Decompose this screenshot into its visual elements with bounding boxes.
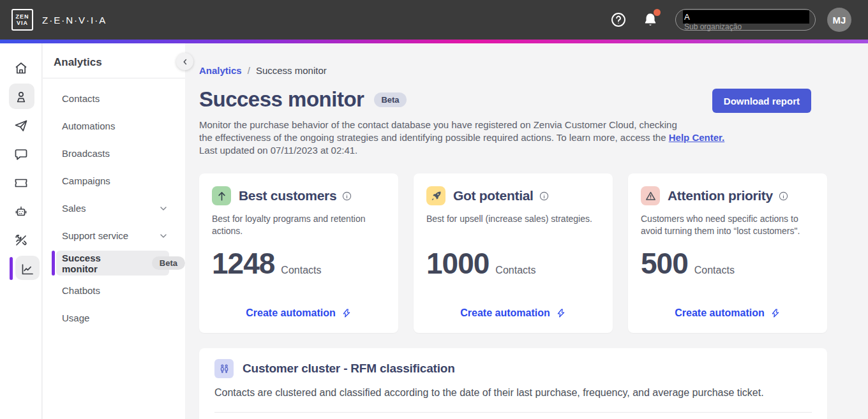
warning-icon — [641, 186, 660, 205]
lightning-bolt-icon — [770, 308, 781, 318]
ticket-icon — [13, 175, 29, 191]
sidebar-item-automations[interactable]: Automations — [43, 112, 185, 140]
analytics-sidebar: Analytics Contacts Automations Broadcast… — [43, 43, 185, 419]
contacts-unit: Contacts — [694, 265, 735, 276]
active-indicator — [52, 251, 55, 276]
breadcrumb: Analytics / Success monitor — [199, 65, 868, 76]
tools-icon — [13, 233, 29, 248]
rail-item-chatbot[interactable] — [0, 197, 42, 226]
lightning-bolt-icon — [341, 308, 352, 318]
line-chart-icon — [20, 261, 35, 277]
sidebar-item-usage[interactable]: Usage — [43, 304, 185, 332]
rail-item-broadcast[interactable] — [0, 111, 42, 140]
sub-organization-label: Sub organização — [684, 22, 742, 31]
breadcrumb-current: Success monitor — [256, 65, 327, 76]
contacts-count: 1000 — [426, 246, 489, 281]
organization-selector[interactable]: A Sub organização — [675, 9, 816, 31]
top-header: ZENVIA Z·E·N·V·I·A A Sub organização MJ — [0, 0, 868, 40]
create-automation-link[interactable]: Create automation — [628, 307, 827, 319]
breadcrumb-separator: / — [248, 65, 250, 76]
sidebar-item-contacts[interactable]: Contacts — [43, 85, 185, 112]
rail-item-contacts[interactable] — [0, 82, 42, 111]
create-automation-link[interactable]: Create automation — [199, 307, 398, 319]
cluster-divider — [214, 412, 812, 413]
card-description: Best for loyalty programs and retention … — [212, 213, 385, 237]
notifications-button[interactable] — [642, 11, 659, 28]
rail-item-conversations[interactable] — [0, 140, 42, 168]
person-icon — [13, 89, 29, 105]
create-automation-link[interactable]: Create automation — [414, 307, 613, 319]
brand-name: Z·E·N·V·I·A — [42, 15, 107, 26]
robot-icon — [13, 204, 29, 219]
main-content: Analytics / Success monitor Success moni… — [185, 43, 868, 419]
rail-item-home[interactable] — [0, 54, 42, 82]
card-got-potential: Got potential Best for upsell (increase … — [414, 173, 613, 333]
card-description: Customers who need specific actions to a… — [641, 213, 814, 237]
card-description: Best for upsell (increase sales) strateg… — [426, 213, 600, 237]
card-title: Best customers — [239, 188, 336, 203]
rocket-icon — [426, 186, 445, 205]
card-attention-priority: Attention priority Customers who need sp… — [628, 173, 827, 333]
contacts-unit: Contacts — [495, 265, 535, 276]
breadcrumb-analytics-link[interactable]: Analytics — [199, 65, 242, 76]
help-center-link[interactable]: Help Center. — [669, 132, 725, 143]
chat-bubble-icon — [13, 147, 29, 162]
lightning-bolt-icon — [556, 308, 566, 318]
sidebar-collapse-button[interactable] — [176, 53, 193, 70]
card-title: Got potential — [453, 188, 534, 203]
sidebar-item-campaigns[interactable]: Campaigns — [43, 167, 185, 195]
people-group-icon — [214, 359, 234, 378]
beta-badge: Beta — [374, 92, 406, 107]
contacts-count: 1248 — [212, 246, 274, 281]
card-title: Attention priority — [668, 188, 773, 203]
info-icon[interactable] — [341, 191, 352, 202]
notification-badge — [654, 9, 661, 16]
card-best-customers: Best customers Best for loyalty programs… — [199, 173, 398, 333]
summary-cards-row: Best customers Best for loyalty programs… — [199, 173, 868, 333]
arrow-up-icon — [212, 186, 231, 205]
rail-item-analytics[interactable] — [0, 254, 42, 283]
chevron-down-icon — [158, 203, 168, 214]
page-title: Success monitor — [199, 87, 364, 112]
chevron-down-icon — [158, 231, 168, 241]
organization-name-redacted: A — [683, 10, 809, 24]
sidebar-divider — [43, 78, 185, 78]
icon-rail — [0, 43, 42, 419]
info-icon[interactable] — [539, 191, 550, 202]
home-icon — [13, 61, 29, 76]
help-icon[interactable] — [610, 11, 627, 28]
contacts-count: 500 — [641, 246, 688, 281]
sidebar-title: Analytics — [43, 43, 185, 78]
last-updated-text: Last updated on 07/11/2023 at 02:41. — [199, 145, 357, 156]
rail-item-tickets[interactable] — [0, 168, 42, 197]
send-icon — [13, 118, 29, 133]
sidebar-item-sales[interactable]: Sales — [43, 195, 185, 222]
chevron-left-icon — [181, 57, 190, 66]
user-avatar[interactable]: MJ — [827, 8, 851, 32]
active-indicator — [10, 257, 13, 280]
customer-cluster-section: Customer cluster - RFM classification Co… — [199, 348, 827, 419]
page-description: Monitor the purchase behavior of the con… — [199, 119, 868, 157]
rail-item-tools[interactable] — [0, 226, 42, 254]
sidebar-item-chatbots[interactable]: Chatbots — [43, 277, 185, 304]
beta-badge: Beta — [152, 256, 185, 270]
download-report-button[interactable]: Download report — [712, 89, 811, 113]
info-icon[interactable] — [778, 191, 789, 202]
cluster-description: Contacts are clustered and classified ac… — [214, 387, 812, 399]
contacts-unit: Contacts — [281, 265, 321, 276]
sidebar-item-support-service[interactable]: Support service — [43, 222, 185, 249]
sidebar-item-broadcasts[interactable]: Broadcasts — [43, 140, 185, 167]
sidebar-item-success-monitor[interactable]: Success monitor Beta — [43, 249, 185, 277]
zenvia-logo-icon: ZENVIA — [11, 9, 33, 31]
cluster-title: Customer cluster - RFM classification — [243, 362, 455, 376]
